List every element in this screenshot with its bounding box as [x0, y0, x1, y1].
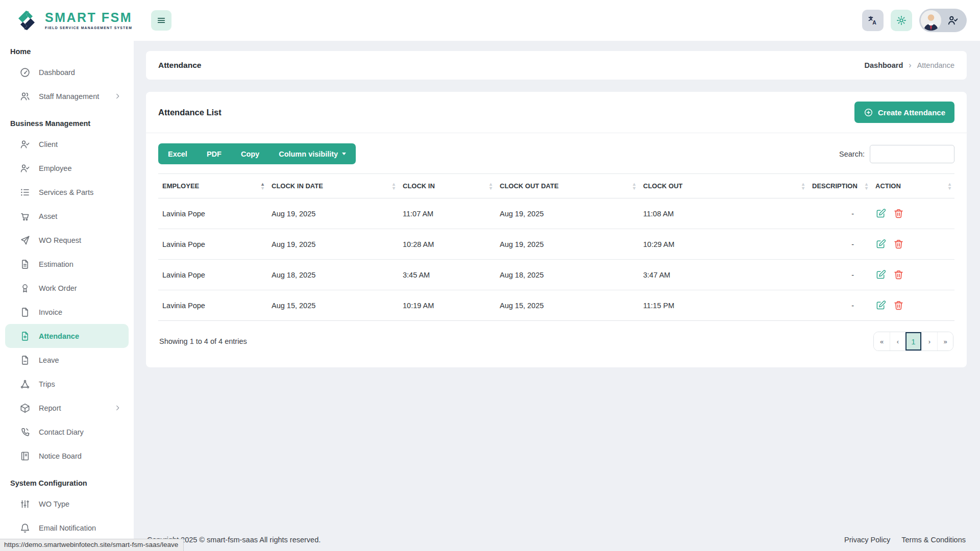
sidebar-item-services-parts[interactable]: Services & Parts [5, 180, 129, 204]
sidebar-item-label: Estimation [39, 260, 74, 268]
sidebar-toggle-button[interactable] [151, 10, 172, 31]
cell-clock-in: 10:19 AM [399, 290, 496, 321]
sidebar-item-contact-diary[interactable]: Contact Diary [5, 420, 129, 444]
pagination-next-button[interactable]: › [921, 332, 937, 350]
sidebar-item-wo-request[interactable]: WO Request [5, 228, 129, 252]
sidebar-item-trips[interactable]: Trips [5, 372, 129, 396]
pagination-first-button[interactable]: « [874, 332, 890, 350]
cell-description: - [808, 290, 871, 321]
people-icon [19, 91, 31, 102]
search-area: Search: [839, 145, 954, 163]
sidebar-item-email-notification[interactable]: Email Notification [5, 516, 129, 540]
cell-employee: Lavinia Pope [158, 290, 267, 321]
dashboard-icon [19, 67, 31, 78]
column-label: Clock Out Date [500, 182, 558, 190]
brand-logo[interactable]: SMART FSM FIELD SERVICE MANAGEMENT SYSTE… [0, 0, 134, 41]
sidebar-item-estimation[interactable]: Estimation [5, 252, 129, 276]
column-header-employee[interactable]: Employee ▴▾ [158, 174, 267, 198]
column-label: Employee [162, 182, 199, 190]
file-plus-icon [19, 331, 31, 342]
sidebar-item-leave[interactable]: Leave [5, 348, 129, 372]
document-icon [19, 259, 31, 270]
main-area: A [134, 0, 980, 551]
edit-button[interactable] [875, 300, 886, 311]
cell-employee: Lavinia Pope [158, 229, 267, 260]
terms-conditions-link[interactable]: Terms & Conditions [901, 536, 966, 544]
create-attendance-button[interactable]: Create Attendance [854, 102, 954, 123]
sidebar-item-label: Employee [39, 164, 71, 172]
column-header-clock-in[interactable]: Clock In ▴▾ [399, 174, 496, 198]
sidebar-item-asset[interactable]: Asset [5, 204, 129, 228]
caret-down-icon [342, 153, 346, 155]
create-attendance-label: Create Attendance [878, 108, 945, 117]
table-header-row: Employee ▴▾ Clock In Date ▴▾ Clock In ▴▾ [158, 174, 954, 198]
sort-desc-icon: ▾ [393, 186, 395, 190]
sort-icons: ▴▾ [261, 182, 264, 190]
sidebar-item-employee[interactable]: Employee [5, 156, 129, 180]
excel-button[interactable]: Excel [158, 143, 197, 164]
sidebar-item-label: Contact Diary [39, 428, 84, 436]
page-title: Attendance [158, 61, 201, 70]
pagination-last-button[interactable]: » [937, 332, 953, 350]
panel-title: Attendance List [158, 108, 222, 117]
sort-icons: ▴▾ [393, 182, 395, 190]
profile-menu[interactable] [919, 9, 967, 32]
sidebar-item-label: Notice Board [39, 452, 82, 460]
person-check-icon [19, 163, 31, 174]
table-toolbar: Excel PDF Copy Column visibility Search: [158, 143, 954, 164]
column-header-clock-in-date[interactable]: Clock In Date ▴▾ [267, 174, 399, 198]
pagination-prev-button[interactable]: ‹ [890, 332, 905, 350]
cell-clock-in-date: Aug 15, 2025 [267, 290, 399, 321]
phone-icon [19, 427, 31, 438]
edit-button[interactable] [875, 269, 886, 280]
cell-clock-out: 3:47 AM [639, 260, 808, 290]
search-input[interactable] [870, 145, 954, 163]
bell-icon [19, 522, 31, 534]
award-icon [19, 283, 31, 294]
package-icon [19, 403, 31, 414]
sidebar-item-notice-board[interactable]: Notice Board [5, 444, 129, 468]
delete-button[interactable] [893, 208, 904, 219]
column-header-description[interactable]: Description ▴▾ [808, 174, 871, 198]
sort-desc-icon: ▾ [489, 186, 492, 190]
privacy-policy-link[interactable]: Privacy Policy [844, 536, 890, 544]
sidebar-item-label: Trips [39, 380, 55, 388]
settings-button[interactable] [891, 10, 912, 31]
sidebar-item-dashboard[interactable]: Dashboard [5, 60, 129, 84]
sidebar-item-attendance[interactable]: Attendance [5, 324, 129, 348]
sidebar-item-client[interactable]: Client [5, 132, 129, 156]
edit-button[interactable] [875, 239, 886, 249]
link-status-bar: https://demo.smartwebinfotech.site/smart… [0, 539, 184, 551]
chevron-right-icon [114, 92, 121, 100]
delete-button[interactable] [893, 239, 904, 249]
notebook-icon [19, 450, 31, 462]
sort-desc-icon: ▾ [865, 186, 868, 190]
pagination-page-1-button[interactable]: 1 [905, 332, 921, 350]
section-title-business: Business Management [0, 113, 134, 132]
breadcrumb-dashboard[interactable]: Dashboard [865, 61, 903, 69]
cell-clock-out: 11:15 PM [639, 290, 808, 321]
cell-employee: Lavinia Pope [158, 198, 267, 229]
delete-button[interactable] [893, 269, 904, 280]
column-header-clock-out-date[interactable]: Clock Out Date ▴▾ [496, 174, 639, 198]
sidebar-item-staff-management[interactable]: Staff Management [5, 84, 129, 108]
pdf-button[interactable]: PDF [197, 143, 231, 164]
copy-button[interactable]: Copy [231, 143, 269, 164]
content-area: Attendance Dashboard › Attendance Attend… [134, 41, 980, 551]
sidebar-item-report[interactable]: Report [5, 396, 129, 420]
delete-button[interactable] [893, 300, 904, 311]
cell-description: - [808, 260, 871, 290]
column-header-action[interactable]: Action ▴▾ [871, 174, 954, 198]
edit-button[interactable] [875, 208, 886, 219]
action-cell [875, 208, 950, 219]
sort-icons: ▴▾ [489, 182, 492, 190]
search-label: Search: [839, 150, 865, 158]
sidebar-item-label: Services & Parts [39, 188, 93, 196]
sidebar-item-work-order[interactable]: Work Order [5, 276, 129, 300]
action-cell [875, 239, 950, 249]
column-visibility-button[interactable]: Column visibility [269, 143, 356, 164]
sidebar-item-invoice[interactable]: Invoice [5, 300, 129, 324]
sidebar-item-wo-type[interactable]: WO Type [5, 492, 129, 516]
language-button[interactable]: A [862, 10, 884, 31]
column-header-clock-out[interactable]: Clock Out ▴▾ [639, 174, 808, 198]
